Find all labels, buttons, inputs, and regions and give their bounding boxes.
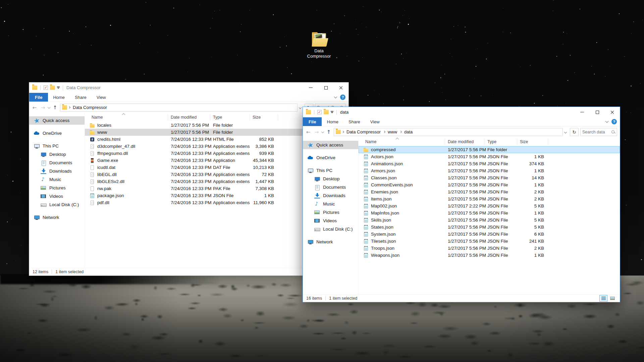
address-dropdown-icon[interactable]	[564, 130, 567, 133]
file-row[interactable]: Armors.json 1/27/2017 5:56 PM JSON File …	[359, 167, 620, 174]
minimize-button[interactable]	[575, 107, 590, 117]
properties-check-icon[interactable]: ✓	[317, 110, 322, 114]
file-row[interactable]: Skills.json 1/27/2017 5:56 PM JSON File …	[359, 217, 620, 224]
expand-ribbon-icon[interactable]	[605, 120, 609, 123]
column-header-date[interactable]: Date modified	[445, 138, 485, 145]
tab-file[interactable]: File	[303, 117, 322, 126]
sidebar-item[interactable]: Network	[29, 213, 85, 222]
column-header-name[interactable]: Name	[85, 114, 168, 121]
tab-file[interactable]: File	[29, 93, 48, 102]
sidebar-item[interactable]: Downloads	[29, 167, 85, 175]
title-bar[interactable]: ✓ data	[303, 107, 620, 117]
title-bar[interactable]: ✓ Data Compressor	[29, 82, 348, 93]
maximize-button[interactable]	[318, 82, 333, 93]
sidebar-item[interactable]: This PC	[29, 142, 85, 150]
file-row[interactable]: Troops.json 1/27/2017 5:56 PM JSON File …	[359, 245, 620, 252]
search-box[interactable]	[580, 128, 617, 136]
column-header-name[interactable]: Name	[359, 138, 445, 145]
address-dropdown-icon[interactable]	[299, 106, 302, 109]
search-input[interactable]	[582, 130, 610, 134]
maximize-button[interactable]	[590, 107, 605, 117]
close-button[interactable]	[333, 82, 348, 93]
file-row[interactable]: MapInfos.json 1/27/2017 5:56 PM JSON Fil…	[359, 209, 620, 217]
properties-check-icon[interactable]: ✓	[44, 85, 48, 90]
thumbnails-view-button[interactable]	[608, 295, 616, 302]
file-row[interactable]: CommonEvents.json 1/27/2017 5:56 PM JSON…	[359, 181, 620, 188]
sidebar-item[interactable]: Documents	[303, 183, 358, 191]
tab-view[interactable]: View	[365, 117, 385, 126]
up-button[interactable]: ↑	[325, 129, 332, 135]
recent-locations-icon[interactable]	[321, 130, 324, 133]
file-row[interactable]: Map002.json 1/27/2017 2:22 PM JSON File …	[359, 202, 620, 209]
up-button[interactable]: ↑	[52, 105, 58, 111]
sidebar-item[interactable]: Quick access	[303, 141, 358, 149]
item-count: 16 items	[306, 296, 322, 301]
minimize-button[interactable]	[303, 82, 318, 93]
file-row[interactable]: States.json 1/27/2017 5:56 PM JSON File …	[359, 224, 620, 231]
sidebar-item[interactable]: Pictures	[303, 208, 358, 217]
tab-home[interactable]: Home	[322, 117, 343, 126]
forward-button[interactable]: →	[313, 129, 320, 135]
file-name-cell: pdf.dll	[85, 200, 168, 205]
breadcrumb-segment[interactable]: Data Compressor	[345, 129, 382, 134]
sidebar-item[interactable]: Quick access	[29, 116, 85, 125]
column-header-size[interactable]: Size	[517, 138, 548, 145]
breadcrumb[interactable]: Data Compressor	[60, 104, 298, 112]
desktop-icon-data-compressor[interactable]: Data Compressor	[303, 32, 335, 59]
sidebar-item-icon	[41, 202, 46, 207]
sidebar-item[interactable]: OneDrive	[303, 154, 358, 162]
refresh-button[interactable]: ↻	[570, 128, 579, 136]
sidebar-item[interactable]: Local Disk (C:)	[303, 225, 358, 233]
tab-home[interactable]: Home	[48, 93, 70, 102]
column-header-date[interactable]: Date modified	[168, 114, 210, 121]
help-icon[interactable]: ?	[340, 95, 345, 100]
toolbar-dropdown-icon[interactable]	[331, 112, 333, 113]
sidebar-item[interactable]: OneDrive	[29, 129, 85, 137]
sidebar-item[interactable]: Documents	[29, 159, 85, 167]
sidebar-item[interactable]: This PC	[303, 166, 358, 175]
breadcrumb[interactable]: Data Compressor www data	[334, 128, 563, 136]
close-button[interactable]	[605, 107, 620, 117]
sidebar-item[interactable]: Downloads	[303, 191, 358, 200]
new-folder-icon[interactable]	[50, 85, 55, 90]
expand-ribbon-icon[interactable]	[334, 95, 337, 99]
sidebar-item[interactable]: Videos	[29, 192, 85, 200]
recent-locations-icon[interactable]	[48, 106, 50, 108]
tab-share[interactable]: Share	[343, 117, 365, 126]
sidebar-item[interactable]: Videos	[303, 217, 358, 225]
new-folder-icon[interactable]	[324, 110, 329, 114]
help-icon[interactable]: ?	[611, 119, 617, 124]
forward-button[interactable]: →	[40, 105, 46, 111]
column-header-size[interactable]: Size	[250, 114, 278, 121]
file-row[interactable]: Actors.json 1/27/2017 5:56 PM JSON File …	[359, 153, 620, 160]
sidebar-item[interactable]: Desktop	[29, 150, 85, 159]
file-row[interactable]: Animations.json 1/27/2017 5:56 PM JSON F…	[359, 160, 620, 167]
toolbar-dropdown-icon[interactable]	[57, 87, 60, 89]
file-row[interactable]: Tilesets.json 1/27/2017 5:56 PM JSON Fil…	[359, 238, 620, 245]
file-row[interactable]: Items.json 1/27/2017 5:56 PM JSON File 2…	[359, 195, 620, 202]
back-button[interactable]: ←	[31, 105, 38, 111]
breadcrumb-segment[interactable]: www	[386, 129, 398, 134]
file-type-cell: JSON File	[485, 189, 517, 194]
sidebar-item[interactable]: Music	[29, 175, 85, 184]
file-name-cell: Classes.json	[359, 175, 445, 181]
file-row[interactable]: Classes.json 1/27/2017 5:56 PM JSON File…	[359, 174, 620, 181]
tab-share[interactable]: Share	[70, 93, 92, 102]
sidebar-item-label: Pictures	[323, 210, 339, 215]
breadcrumb-segment[interactable]: data	[403, 129, 414, 134]
back-button[interactable]: ←	[305, 129, 312, 135]
sidebar-item[interactable]: Desktop	[303, 175, 358, 183]
tab-view[interactable]: View	[92, 93, 111, 102]
sidebar-item[interactable]: Network	[303, 238, 358, 246]
file-row[interactable]: Enemies.json 1/27/2017 5:56 PM JSON File…	[359, 188, 620, 195]
sidebar-item[interactable]: Music	[303, 200, 358, 208]
file-row[interactable]: System.json 1/27/2017 5:56 PM JSON File …	[359, 231, 620, 238]
file-row[interactable]: Weapons.json 1/27/2017 5:56 PM JSON File…	[359, 252, 620, 259]
sidebar-item[interactable]: Pictures	[29, 184, 85, 192]
details-view-button[interactable]	[599, 295, 607, 302]
column-header-type[interactable]: Type	[210, 114, 250, 121]
breadcrumb-segment[interactable]: Data Compressor	[71, 105, 108, 110]
column-header-type[interactable]: Type	[485, 138, 517, 145]
sidebar-item[interactable]: Local Disk (C:)	[29, 200, 85, 209]
file-row[interactable]: compressed 1/27/2017 5:56 PM File folder	[359, 146, 620, 153]
